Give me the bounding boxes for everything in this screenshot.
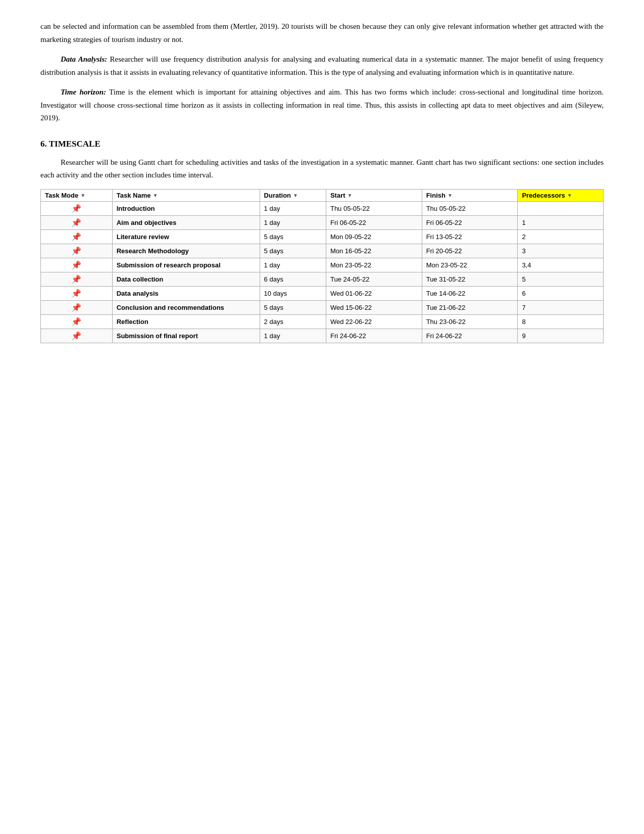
task-mode-icon: 📌 bbox=[71, 218, 81, 227]
table-row: 📌Research Methodology5 daysMon 16-05-22F… bbox=[41, 244, 604, 258]
lead-data-analysis: Data Analysis: bbox=[61, 55, 107, 63]
col-header-task-mode[interactable]: Task Mode ▼ bbox=[41, 189, 113, 201]
col-header-duration[interactable]: Duration ▼ bbox=[260, 189, 326, 201]
task-duration-cell: 1 day bbox=[260, 329, 326, 343]
section-heading: 6. TIMESCALE bbox=[40, 139, 604, 149]
task-mode-cell: 📌 bbox=[41, 244, 113, 258]
table-header-row: Task Mode ▼ Task Name ▼ Duration ▼ bbox=[41, 189, 604, 201]
table-row: 📌Introduction1 dayThu 05-05-22Thu 05-05-… bbox=[41, 201, 604, 215]
task-mode-cell: 📌 bbox=[41, 314, 113, 329]
task-duration-cell: 6 days bbox=[260, 272, 326, 286]
table-row: 📌Literature review5 daysMon 09-05-22Fri … bbox=[41, 229, 604, 244]
task-start-cell: Mon 16-05-22 bbox=[326, 244, 422, 258]
task-mode-cell: 📌 bbox=[41, 258, 113, 272]
task-mode-icon: 📌 bbox=[71, 331, 81, 341]
task-name-cell: Reflection bbox=[112, 314, 260, 329]
task-duration-cell: 5 days bbox=[260, 300, 326, 314]
task-start-cell: Wed 01-06-22 bbox=[326, 286, 422, 300]
task-duration-cell: 5 days bbox=[260, 244, 326, 258]
task-mode-cell: 📌 bbox=[41, 215, 113, 229]
task-start-cell: Wed 22-06-22 bbox=[326, 314, 422, 329]
task-mode-cell: 📌 bbox=[41, 229, 113, 244]
task-mode-icon: 📌 bbox=[71, 317, 81, 327]
task-start-cell: Fri 06-05-22 bbox=[326, 215, 422, 229]
task-name-cell: Submission of final report bbox=[112, 329, 260, 343]
paragraph-data-analysis-text: Researcher will use frequency distributi… bbox=[40, 55, 604, 76]
task-name-cell: Submission of research proposal bbox=[112, 258, 260, 272]
section-intro: Researcher will be using Gantt chart for… bbox=[40, 156, 604, 182]
paragraph-data-analysis: Data Analysis: Researcher will use frequ… bbox=[40, 53, 604, 79]
task-mode-cell: 📌 bbox=[41, 286, 113, 300]
task-start-cell: Mon 23-05-22 bbox=[326, 258, 422, 272]
task-start-cell: Wed 15-06-22 bbox=[326, 300, 422, 314]
pred-sort-arrow[interactable]: ▼ bbox=[567, 193, 572, 198]
col-header-task-name[interactable]: Task Name ▼ bbox=[112, 189, 260, 201]
task-finish-cell: Tue 31-05-22 bbox=[422, 272, 518, 286]
task-finish-cell: Thu 23-06-22 bbox=[422, 314, 518, 329]
task-finish-cell: Tue 21-06-22 bbox=[422, 300, 518, 314]
col-header-predecessors[interactable]: Predecessors ▼ bbox=[518, 189, 604, 201]
paragraph-1: can be selected and information can be a… bbox=[40, 20, 604, 46]
task-mode-cell: 📌 bbox=[41, 300, 113, 314]
task-name-sort-arrow[interactable]: ▼ bbox=[153, 193, 158, 198]
task-predecessors-cell: 8 bbox=[518, 314, 604, 329]
table-row: 📌Conclusion and recommendations5 daysWed… bbox=[41, 300, 604, 314]
task-start-cell: Fri 24-06-22 bbox=[326, 329, 422, 343]
task-mode-icon: 📌 bbox=[71, 289, 81, 298]
task-duration-cell: 5 days bbox=[260, 229, 326, 244]
task-predecessors-cell: 1 bbox=[518, 215, 604, 229]
task-mode-cell: 📌 bbox=[41, 201, 113, 215]
task-name-cell: Aim and objectives bbox=[112, 215, 260, 229]
task-predecessors-cell: 6 bbox=[518, 286, 604, 300]
task-predecessors-cell: 7 bbox=[518, 300, 604, 314]
task-mode-cell: 📌 bbox=[41, 272, 113, 286]
task-name-cell: Research Methodology bbox=[112, 244, 260, 258]
task-finish-cell: Fri 13-05-22 bbox=[422, 229, 518, 244]
table-row: 📌Data collection6 daysTue 24-05-22Tue 31… bbox=[41, 272, 604, 286]
task-duration-cell: 2 days bbox=[260, 314, 326, 329]
task-name-cell: Introduction bbox=[112, 201, 260, 215]
table-row: 📌Aim and objectives1 dayFri 06-05-22Fri … bbox=[41, 215, 604, 229]
task-finish-cell: Fri 24-06-22 bbox=[422, 329, 518, 343]
task-predecessors-cell: 9 bbox=[518, 329, 604, 343]
task-name-cell: Data analysis bbox=[112, 286, 260, 300]
task-name-cell: Conclusion and recommendations bbox=[112, 300, 260, 314]
task-mode-icon: 📌 bbox=[71, 204, 81, 213]
task-finish-cell: Tue 14-06-22 bbox=[422, 286, 518, 300]
task-mode-icon: 📌 bbox=[71, 232, 81, 242]
task-mode-icon: 📌 bbox=[71, 260, 81, 270]
table-row: 📌Submission of final report1 dayFri 24-0… bbox=[41, 329, 604, 343]
task-finish-cell: Mon 23-05-22 bbox=[422, 258, 518, 272]
task-name-cell: Data collection bbox=[112, 272, 260, 286]
task-name-cell: Literature review bbox=[112, 229, 260, 244]
table-row: 📌Data analysis10 daysWed 01-06-22Tue 14-… bbox=[41, 286, 604, 300]
task-mode-cell: 📌 bbox=[41, 329, 113, 343]
task-duration-cell: 1 day bbox=[260, 258, 326, 272]
gantt-table: Task Mode ▼ Task Name ▼ Duration ▼ bbox=[40, 189, 604, 343]
col-header-start[interactable]: Start ▼ bbox=[326, 189, 422, 201]
paragraph-time-horizon: Time horizon: Time is the element which … bbox=[40, 86, 604, 125]
task-finish-cell: Thu 05-05-22 bbox=[422, 201, 518, 215]
task-finish-cell: Fri 20-05-22 bbox=[422, 244, 518, 258]
paragraph-time-horizon-text: Time is the element which is important f… bbox=[40, 88, 604, 122]
task-duration-cell: 1 day bbox=[260, 215, 326, 229]
lead-time-horizon: Time horizon: bbox=[61, 88, 106, 96]
task-mode-icon: 📌 bbox=[71, 303, 81, 312]
task-mode-icon: 📌 bbox=[71, 274, 81, 284]
task-predecessors-cell: 2 bbox=[518, 229, 604, 244]
task-predecessors-cell: 3,4 bbox=[518, 258, 604, 272]
col-header-finish[interactable]: Finish ▼ bbox=[422, 189, 518, 201]
task-predecessors-cell: 3 bbox=[518, 244, 604, 258]
table-row: 📌Reflection2 daysWed 22-06-22Thu 23-06-2… bbox=[41, 314, 604, 329]
table-row: 📌Submission of research proposal1 dayMon… bbox=[41, 258, 604, 272]
task-start-cell: Tue 24-05-22 bbox=[326, 272, 422, 286]
task-mode-sort-arrow[interactable]: ▼ bbox=[80, 193, 85, 198]
task-duration-cell: 1 day bbox=[260, 201, 326, 215]
task-start-cell: Mon 09-05-22 bbox=[326, 229, 422, 244]
task-predecessors-cell bbox=[518, 201, 604, 215]
content-area: can be selected and information can be a… bbox=[40, 20, 604, 343]
start-sort-arrow[interactable]: ▼ bbox=[348, 193, 353, 198]
task-predecessors-cell: 5 bbox=[518, 272, 604, 286]
finish-sort-arrow[interactable]: ▼ bbox=[448, 193, 453, 198]
duration-sort-arrow[interactable]: ▼ bbox=[293, 193, 298, 198]
